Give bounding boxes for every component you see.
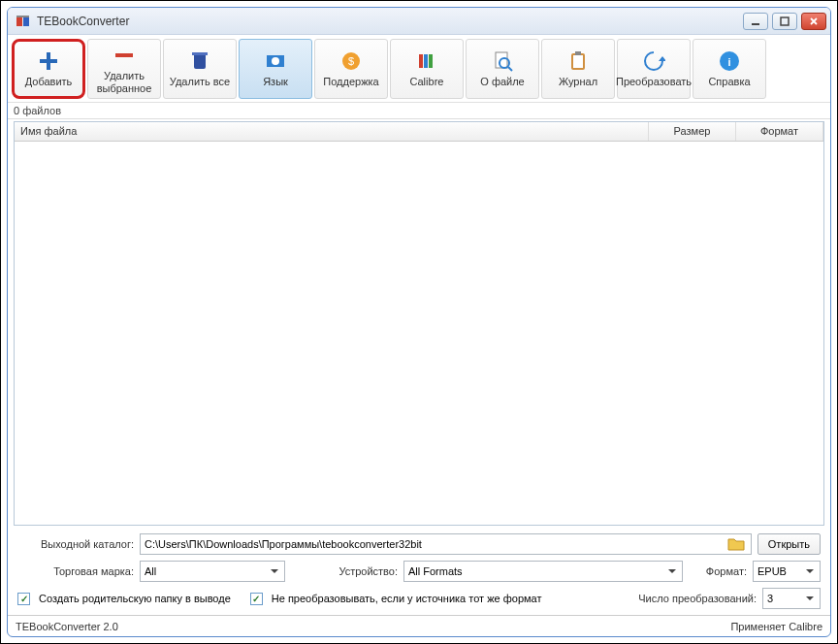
toolbar: Добавить Удалить выбранное Удалить все Я… (8, 35, 830, 103)
plus-icon (37, 49, 60, 73)
remove-selected-button[interactable]: Удалить выбранное (87, 39, 161, 99)
device-select[interactable]: All Formats (403, 561, 683, 582)
column-format[interactable]: Формат (736, 122, 823, 141)
svg-rect-6 (40, 59, 57, 63)
svg-text:i: i (727, 56, 730, 68)
globe-icon (264, 49, 287, 73)
svg-rect-15 (424, 54, 428, 68)
device-label: Устройство: (291, 565, 398, 577)
format-select[interactable]: EPUB (753, 561, 821, 582)
create-parent-label: Создать родительскую папку в выводе (39, 593, 231, 604)
help-button[interactable]: i Справка (693, 39, 766, 99)
brand-select[interactable]: All (140, 561, 285, 582)
svg-point-11 (272, 57, 279, 65)
skip-same-label: Не преобразовывать, если у источника тот… (272, 593, 542, 604)
threads-label: Число преобразований: (638, 593, 757, 604)
svg-rect-0 (16, 16, 22, 26)
trash-icon (188, 49, 211, 73)
list-header: Имя файла Размер Формат (15, 122, 823, 142)
browse-folder-icon[interactable] (727, 536, 745, 552)
language-button[interactable]: Язык (239, 39, 312, 99)
minimize-button[interactable] (743, 13, 768, 30)
about-file-button[interactable]: О файле (466, 39, 539, 99)
clipboard-icon (566, 49, 590, 73)
svg-rect-4 (781, 17, 789, 25)
output-dir-label: Выходной каталог: (17, 538, 134, 550)
column-filename[interactable]: Имя файла (15, 122, 649, 141)
svg-rect-16 (429, 54, 433, 68)
add-button[interactable]: Добавить (12, 39, 85, 99)
books-icon (415, 49, 438, 73)
svg-rect-9 (192, 52, 208, 55)
titlebar: TEBookConverter (8, 8, 830, 35)
threads-select[interactable]: 3 (762, 588, 821, 609)
svg-line-19 (508, 67, 512, 71)
remove-all-button[interactable]: Удалить все (163, 39, 237, 99)
svg-rect-21 (573, 55, 583, 68)
svg-text:$: $ (348, 55, 354, 67)
log-button[interactable]: Журнал (541, 39, 615, 99)
skip-same-checkbox[interactable] (250, 593, 263, 605)
calibre-button[interactable]: Calibre (390, 39, 464, 99)
app-icon (16, 14, 31, 29)
column-size[interactable]: Размер (649, 122, 736, 141)
file-count: 0 файлов (8, 103, 830, 119)
refresh-icon (642, 49, 665, 73)
support-button[interactable]: $ Поддержка (314, 39, 388, 99)
svg-rect-3 (752, 23, 759, 25)
svg-rect-2 (16, 16, 29, 17)
format-label: Формат: (689, 565, 747, 577)
info-icon: i (718, 49, 741, 73)
status-right: Применяет Calibre (730, 621, 822, 632)
svg-rect-1 (23, 16, 29, 26)
maximize-button[interactable] (772, 13, 797, 30)
file-list: Имя файла Размер Формат (14, 121, 824, 526)
create-parent-checkbox[interactable] (17, 593, 30, 605)
svg-rect-8 (194, 53, 206, 69)
svg-rect-7 (115, 53, 133, 57)
minus-icon (113, 44, 136, 67)
svg-rect-22 (575, 51, 581, 55)
coin-icon: $ (339, 49, 363, 73)
output-dir-input[interactable]: C:\Users\ПК\Downloads\Программы\tebookco… (140, 533, 752, 555)
magnifier-icon (491, 49, 514, 73)
brand-label: Торговая марка: (17, 565, 134, 577)
open-button[interactable]: Открыть (757, 533, 821, 555)
list-body[interactable] (15, 142, 823, 525)
window-title: TEBookConverter (37, 15, 743, 28)
statusbar: TEBookConverter 2.0 Применяет Calibre (8, 615, 830, 636)
status-left: TEBookConverter 2.0 (16, 621, 118, 632)
convert-button[interactable]: Преобразовать (617, 39, 691, 99)
svg-rect-14 (419, 54, 423, 68)
close-button[interactable] (801, 13, 826, 30)
